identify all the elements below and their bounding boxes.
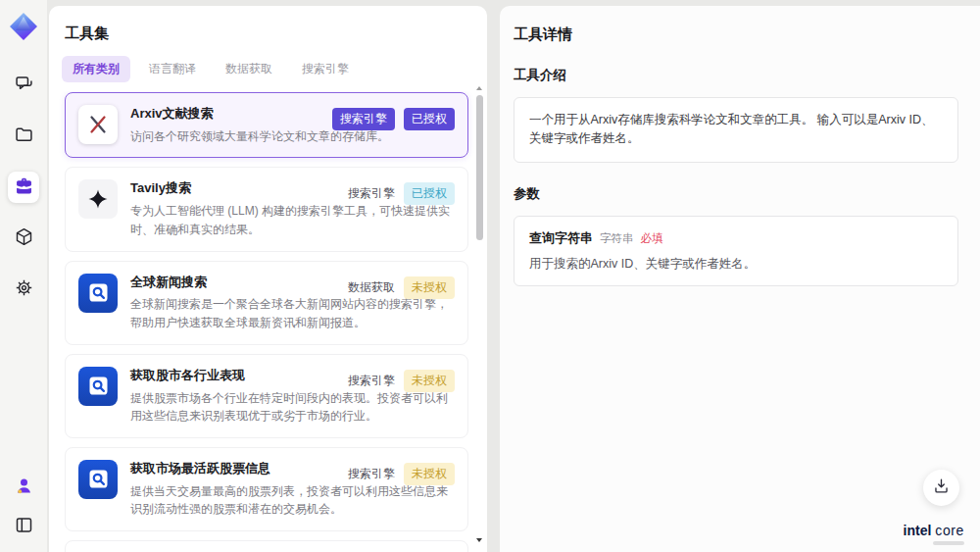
tool-card[interactable]: 获取市场最活跃股票信息 提供当天交易量最高的股票列表，投资者可以利用这些信息来识… [65,447,468,531]
arxiv-icon [78,105,118,144]
tool-status-badge: 未授权 [404,370,455,392]
sidebar-item-files[interactable] [8,121,39,152]
tool-badges: 搜索引擎 未授权 [348,370,455,392]
tool-detail-panel: 工具详情 工具介绍 一个用于从Arxiv存储库搜索科学论文和文章的工具。 输入可… [500,6,980,552]
page-title: 工具集 [49,6,487,43]
intro-section-title: 工具介绍 [514,67,958,84]
tool-category-badge: 搜索引擎 [348,463,395,485]
sidebar-item-settings[interactable] [8,274,39,305]
panel-icon [14,515,34,539]
gear-icon [14,277,34,302]
param-type: 字符串 [600,231,634,246]
tool-description: 提供股票市场各个行业在特定时间段内的表现。投资者可以利用这些信息来识别表现优于或… [130,389,455,426]
tool-description: 全球新闻搜索是一个聚合全球各大新闻网站内容的搜索引擎，帮助用户快速获取全球最新资… [130,295,455,331]
sidebar-item-tools[interactable] [8,172,39,203]
tool-status-badge: 未授权 [404,463,455,485]
intro-box: 一个用于从Arxiv存储库搜索科学论文和文章的工具。 输入可以是Arxiv ID… [514,97,958,163]
tool-card[interactable]: 万维地区新闻查询 查询具体行政区划内的新闻，快速了解各地新闻动 搜索引擎 未授权 [65,540,468,552]
tool-list: Arxiv文献搜索 访问各个研究领域大量科学论文和文章的存储库。 搜索引擎 已授… [49,91,487,552]
chat-icon [14,74,34,98]
tool-badges: 搜索引擎 已授权 [348,182,455,205]
sidebar [0,0,47,552]
briefcase-icon [14,176,34,200]
user-icon [14,476,34,500]
param-head: 查询字符串 字符串 必填 [529,229,943,247]
folder-icon [14,125,34,149]
tool-card[interactable]: 全球新闻搜索 全球新闻搜索是一个聚合全球各大新闻网站内容的搜索引擎，帮助用户快速… [65,261,468,345]
param-name: 查询字符串 [529,229,593,247]
sidebar-item-chat[interactable] [8,70,39,101]
cube-icon [14,226,34,251]
tab-2[interactable]: 数据获取 [215,56,283,82]
search-app-icon [78,367,118,406]
intel-core-logo: intelcore [904,524,964,537]
app-window: 工具集 所有类别语言翻译数据获取搜索引擎 Arxiv文献搜索 访问各个研究领域大… [0,0,980,552]
tool-badges: 搜索引擎 已授权 [332,108,455,130]
sidebar-nav [8,70,39,305]
tool-description: 提供当天交易量最高的股票列表，投资者可以利用这些信息来识别流动性强的股票和潜在的… [130,482,455,519]
tool-card[interactable]: Arxiv文献搜索 访问各个研究领域大量科学论文和文章的存储库。 搜索引擎 已授… [65,92,468,158]
tool-category-badge: 数据获取 [348,276,395,299]
tab-0[interactable]: 所有类别 [62,56,130,82]
sidebar-item-packages[interactable] [8,223,39,254]
param-description: 用于搜索的Arxiv ID、关键字或作者姓名。 [529,256,943,273]
app-logo-icon [10,13,37,40]
tool-status-badge: 未授权 [404,276,455,299]
tool-status-badge: 已授权 [404,182,455,205]
params-section-title: 参数 [514,185,958,203]
detail-title: 工具详情 [514,25,958,44]
param-required-badge: 必填 [641,231,663,246]
tab-3[interactable]: 搜索引擎 [291,56,360,82]
intel-logo-subtext [933,541,964,545]
star-icon [78,179,118,219]
tool-status-badge: 已授权 [404,108,455,130]
download-icon [932,477,951,499]
tool-badges: 数据获取 未授权 [348,276,455,299]
tab-1[interactable]: 语言翻译 [138,56,207,82]
scroll-up-arrow-icon[interactable] [476,86,482,90]
intro-text: 一个用于从Arxiv存储库搜索科学论文和文章的工具。 输入可以是Arxiv ID… [529,111,943,149]
tool-category-badge: 搜索引擎 [348,182,395,205]
scrollbar [475,86,483,542]
scroll-down-arrow-icon[interactable] [476,538,482,542]
tool-category-badge: 搜索引擎 [348,370,395,392]
download-button[interactable] [923,470,959,506]
sidebar-item-user[interactable] [10,474,37,501]
tool-card[interactable]: Tavily搜索 专为人工智能代理 (LLM) 构建的搜索引擎工具，可快速提供实… [65,167,468,251]
search-app-icon [78,274,118,313]
tabs: 所有类别语言翻译数据获取搜索引擎 [49,43,487,82]
intel-brand-text: intel [904,523,932,538]
scrollbar-thumb[interactable] [476,95,483,240]
tool-card[interactable]: 获取股市各行业表现 提供股票市场各个行业在特定时间段内的表现。投资者可以利用这些… [65,354,468,438]
tool-description: 专为人工智能代理 (LLM) 构建的搜索引擎工具，可快速提供实时、准确和真实的结… [130,202,455,238]
core-brand-text: core [935,523,964,538]
sidebar-item-panel-toggle[interactable] [10,513,37,540]
sidebar-bottom [10,474,37,540]
search-app-icon [78,460,118,499]
tool-badges: 搜索引擎 未授权 [348,463,455,485]
tool-category-badge: 搜索引擎 [332,108,395,130]
tool-list-panel: 工具集 所有类别语言翻译数据获取搜索引擎 Arxiv文献搜索 访问各个研究领域大… [49,6,487,552]
param-box: 查询字符串 字符串 必填 用于搜索的Arxiv ID、关键字或作者姓名。 [514,216,958,286]
